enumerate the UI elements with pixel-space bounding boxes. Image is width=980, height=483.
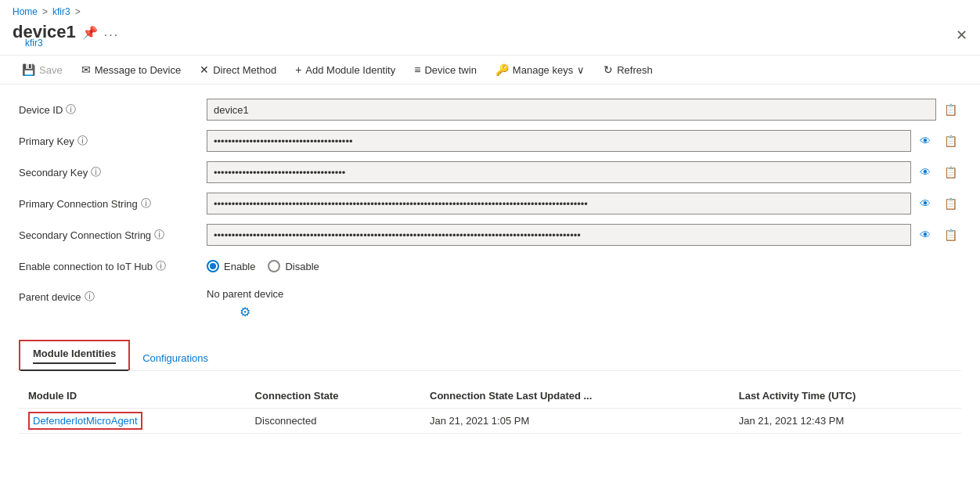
device-id-input[interactable] — [207, 99, 936, 121]
secondary-key-input[interactable] — [207, 161, 911, 183]
secondary-conn-label: Secondary Connection String ⓘ — [19, 228, 207, 242]
table-body: DefenderIotMicroAgent Disconnected Jan 2… — [19, 409, 961, 434]
secondary-conn-info-icon[interactable]: ⓘ — [154, 228, 164, 242]
enable-radio-label: Enable — [224, 261, 255, 272]
primary-conn-label: Primary Connection String ⓘ — [19, 196, 207, 211]
page-subtitle: kfir3 — [13, 38, 119, 49]
table-row: DefenderIotMicroAgent Disconnected Jan 2… — [19, 409, 961, 434]
message-icon: ✉ — [81, 63, 91, 76]
primary-conn-info-icon[interactable]: ⓘ — [141, 196, 151, 211]
save-icon: 💾 — [22, 63, 35, 76]
device-twin-icon: ≡ — [414, 63, 420, 76]
message-label: Message to Device — [95, 64, 182, 76]
primary-key-info-icon[interactable]: ⓘ — [77, 134, 88, 148]
secondary-key-label: Secondary Key ⓘ — [19, 165, 207, 179]
breadcrumb: Home > kfir3 > — [0, 0, 980, 19]
add-icon: + — [295, 63, 301, 76]
primary-key-input[interactable] — [207, 130, 911, 152]
tabs-section: Module Identities Configurations — [19, 340, 961, 371]
primary-key-label: Primary Key ⓘ — [19, 134, 207, 148]
parent-device-label: Parent device ⓘ — [19, 288, 207, 304]
enable-radio-option[interactable]: Enable — [207, 260, 255, 272]
col-last-updated: Connection State Last Updated ... — [420, 384, 730, 409]
module-id-link[interactable]: DefenderIotMicroAgent — [28, 412, 142, 430]
enable-conn-info-icon[interactable]: ⓘ — [156, 259, 166, 273]
content-area: Device ID ⓘ 📋 Primary Key ⓘ 👁 📋 S — [0, 85, 980, 446]
primary-key-eye-button[interactable]: 👁 — [914, 130, 936, 152]
connection-state-cell: Disconnected — [246, 409, 420, 434]
copy-icon: 📋 — [944, 135, 957, 147]
last-updated-cell: Jan 21, 2021 1:05 PM — [420, 409, 730, 434]
add-module-identity-button[interactable]: + Add Module Identity — [286, 59, 405, 81]
close-button[interactable]: ✕ — [956, 27, 967, 44]
col-connection-state: Connection State — [246, 384, 420, 409]
secondary-key-copy-button[interactable]: 📋 — [939, 161, 961, 183]
primary-conn-eye-button[interactable]: 👁 — [914, 193, 936, 214]
add-module-label: Add Module Identity — [305, 64, 395, 76]
parent-device-info-icon[interactable]: ⓘ — [85, 290, 95, 304]
secondary-conn-field: 👁 📋 — [207, 224, 961, 246]
enable-radio-circle — [207, 260, 219, 272]
secondary-conn-row: Secondary Connection String ⓘ 👁 📋 — [19, 222, 961, 247]
no-parent-text: No parent device — [207, 288, 283, 300]
secondary-conn-input[interactable] — [207, 224, 911, 246]
gear-icon: ⚙ — [240, 305, 250, 319]
chevron-down-icon: ∨ — [577, 64, 585, 76]
disable-radio-circle — [268, 260, 280, 272]
secondary-key-eye-button[interactable]: 👁 — [914, 161, 936, 183]
breadcrumb-home[interactable]: Home — [13, 6, 38, 17]
primary-key-copy-button[interactable]: 📋 — [939, 130, 961, 152]
eye-icon: 👁 — [920, 197, 931, 210]
secondary-key-info-icon[interactable]: ⓘ — [91, 165, 101, 179]
secondary-conn-eye-button[interactable]: 👁 — [914, 224, 936, 246]
primary-conn-input[interactable] — [207, 193, 911, 214]
table-section: Module ID Connection State Connection St… — [19, 384, 961, 434]
module-id-cell: DefenderIotMicroAgent — [19, 409, 246, 434]
device-id-row: Device ID ⓘ 📋 — [19, 97, 961, 122]
copy-icon: 📋 — [944, 229, 957, 241]
parent-device-gear-button[interactable]: ⚙ — [207, 303, 283, 321]
module-identities-table: Module ID Connection State Connection St… — [19, 384, 961, 434]
last-activity-cell: Jan 21, 2021 12:43 PM — [730, 409, 961, 434]
manage-keys-button[interactable]: 🔑 Manage keys ∨ — [486, 59, 594, 81]
message-to-device-button[interactable]: ✉ Message to Device — [72, 59, 191, 81]
breadcrumb-kfir3[interactable]: kfir3 — [52, 6, 70, 17]
primary-conn-copy-button[interactable]: 📋 — [939, 193, 961, 214]
col-module-id: Module ID — [19, 384, 246, 409]
primary-key-row: Primary Key ⓘ 👁 📋 — [19, 128, 961, 153]
table-header: Module ID Connection State Connection St… — [19, 384, 961, 409]
refresh-label: Refresh — [617, 64, 653, 76]
device-twin-label: Device twin — [424, 64, 476, 76]
disable-radio-option[interactable]: Disable — [268, 260, 319, 272]
enable-conn-field: Enable Disable — [207, 260, 961, 272]
key-icon: 🔑 — [495, 63, 509, 76]
refresh-button[interactable]: ↻ Refresh — [594, 59, 662, 81]
disable-radio-label: Disable — [285, 261, 319, 272]
tab-configurations[interactable]: Configurations — [130, 346, 221, 370]
tab-module-identities[interactable]: Module Identities — [19, 340, 130, 370]
secondary-conn-copy-button[interactable]: 📋 — [939, 224, 961, 246]
direct-method-icon: ✕ — [200, 63, 209, 76]
device-id-copy-button[interactable]: 📋 — [939, 99, 961, 121]
copy-icon: 📋 — [944, 103, 957, 116]
direct-method-button[interactable]: ✕ Direct Method — [190, 59, 286, 81]
primary-conn-row: Primary Connection String ⓘ 👁 📋 — [19, 191, 961, 216]
page-header: device1 📌 ... kfir3 ✕ — [0, 19, 980, 52]
device-id-label: Device ID ⓘ — [19, 103, 207, 117]
direct-method-label: Direct Method — [213, 64, 276, 76]
device-twin-button[interactable]: ≡ Device twin — [405, 59, 486, 81]
eye-icon: 👁 — [920, 135, 931, 147]
title-area: device1 📌 ... kfir3 — [13, 22, 119, 49]
primary-conn-field: 👁 📋 — [207, 193, 961, 214]
save-button[interactable]: 💾 Save — [13, 59, 72, 81]
col-last-activity: Last Activity Time (UTC) — [730, 384, 961, 409]
enable-conn-row: Enable connection to IoT Hub ⓘ Enable Di… — [19, 254, 961, 279]
breadcrumb-sep2: > — [75, 6, 81, 17]
eye-icon: 👁 — [920, 229, 931, 241]
device-id-info-icon[interactable]: ⓘ — [66, 103, 76, 117]
secondary-key-row: Secondary Key ⓘ 👁 📋 — [19, 160, 961, 185]
refresh-icon: ↻ — [603, 63, 613, 76]
primary-key-field: 👁 📋 — [207, 130, 961, 152]
manage-keys-label: Manage keys — [513, 64, 573, 76]
eye-icon: 👁 — [920, 166, 931, 178]
